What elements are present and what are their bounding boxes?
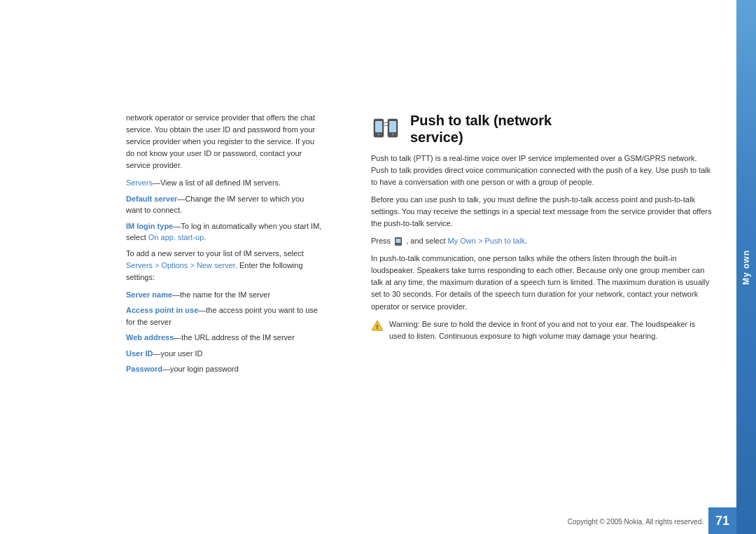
on-app-link[interactable]: On app. start-up	[148, 233, 204, 241]
copyright: Copyright © 2005 Nokia. All rights reser…	[568, 518, 704, 526]
intro-paragraph: network operator or service provider tha…	[126, 112, 322, 171]
menu-icon-inline	[393, 237, 403, 246]
ptt-header: Push to talk (network service)	[371, 112, 714, 146]
svg-rect-7	[396, 239, 401, 243]
im-login-link[interactable]: IM login type	[126, 222, 173, 230]
svg-rect-1	[375, 121, 382, 132]
svg-point-5	[392, 134, 394, 136]
sidebar-tab: My own	[736, 0, 756, 534]
left-column: network operator or service provider tha…	[0, 0, 350, 534]
im-login-item: IM login type—To log in automatically wh…	[126, 220, 322, 244]
access-point-item: Access point in use—the access point you…	[126, 304, 322, 328]
warning-box: ! Warning: Be sure to hold the device in…	[371, 318, 714, 348]
ptt-title: Push to talk (network service)	[410, 112, 552, 146]
svg-text:!: !	[377, 323, 379, 330]
user-id-link[interactable]: User ID	[126, 349, 153, 358]
page-container: network operator or service provider tha…	[0, 0, 756, 534]
svg-point-8	[398, 244, 399, 246]
my-own-link[interactable]: My Own > Push to talk	[448, 237, 525, 245]
phone-icon	[371, 113, 402, 144]
warning-text: Warning: Be sure to hold the device in f…	[389, 318, 714, 342]
server-name-item: Server name—the name for the IM server	[126, 289, 322, 301]
password-item: Password—your login password	[126, 363, 322, 375]
page-number-box: 71	[708, 507, 736, 534]
page-number: 71	[715, 514, 729, 528]
password-link[interactable]: Password	[126, 365, 162, 373]
access-point-link[interactable]: Access point in use	[126, 306, 198, 314]
new-server-paragraph: To add a new server to your list of IM s…	[126, 248, 322, 283]
svg-rect-4	[389, 121, 396, 132]
press-line: Press , and select My Own > Push to talk…	[371, 235, 714, 247]
ptt-para3: In push-to-talk communication, one perso…	[371, 253, 714, 312]
default-server-item: Default server—Change the IM server to w…	[126, 193, 322, 216]
default-server-link[interactable]: Default server	[126, 195, 177, 203]
ptt-para1: Push to talk (PTT) is a real-time voice …	[371, 153, 714, 188]
sidebar-tab-label: My own	[741, 250, 751, 285]
servers-link[interactable]: Servers	[126, 178, 153, 187]
new-server-link[interactable]: Servers > Options > New server	[126, 261, 235, 269]
ptt-para2: Before you can use push to talk, you mus…	[371, 194, 714, 230]
web-address-item: Web address—the URL address of the IM se…	[126, 332, 322, 344]
warning-icon: !	[371, 319, 384, 332]
svg-point-2	[378, 134, 380, 136]
right-column: Push to talk (network service) Push to t…	[350, 0, 756, 534]
web-address-link[interactable]: Web address	[126, 333, 174, 342]
user-id-item: User ID—your user ID	[126, 348, 322, 360]
servers-item: Servers—View a list of all defined IM se…	[126, 177, 322, 189]
server-name-link[interactable]: Server name	[126, 290, 172, 299]
